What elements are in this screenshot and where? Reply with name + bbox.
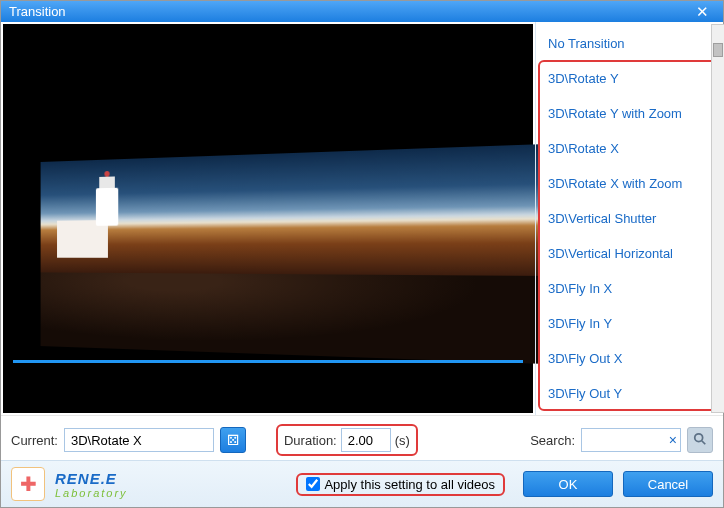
- apply-all-label: Apply this setting to all videos: [324, 477, 495, 492]
- duration-group: Duration: (s): [276, 424, 418, 456]
- brand-line2: Laboratory: [55, 487, 128, 499]
- transition-item[interactable]: 3D\Rotate X with Zoom: [538, 166, 721, 201]
- search-input[interactable]: [581, 428, 681, 452]
- plus-icon: ✚: [20, 472, 37, 496]
- transition-list[interactable]: No Transition 3D\Rotate Y 3D\Rotate Y wi…: [535, 22, 723, 415]
- footer-bar: ✚ RENE.E Laboratory Apply this setting t…: [1, 460, 723, 507]
- search-label: Search:: [530, 433, 575, 448]
- transition-item[interactable]: 3D\Fly Out Y: [538, 376, 721, 411]
- ok-button[interactable]: OK: [523, 471, 613, 497]
- search-icon: [693, 432, 707, 449]
- content-area: No Transition 3D\Rotate Y 3D\Rotate Y wi…: [1, 22, 723, 415]
- transition-dialog: Transition ✕ No Transition 3D\Rotate Y 3…: [0, 0, 724, 508]
- preview-scene-image: [41, 144, 540, 363]
- dice-icon: ⚄: [227, 432, 239, 448]
- svg-point-0: [695, 433, 703, 441]
- random-transition-button[interactable]: ⚄: [220, 427, 246, 453]
- titlebar[interactable]: Transition ✕: [1, 1, 723, 22]
- svg-line-1: [702, 440, 706, 444]
- controls-row: Current: ⚄ Duration: (s) Search: ×: [1, 415, 723, 460]
- duration-field[interactable]: [341, 428, 391, 452]
- close-icon: ✕: [696, 3, 709, 21]
- transition-item[interactable]: 3D\Rotate X: [538, 131, 721, 166]
- preview-pane: [3, 24, 533, 413]
- transition-item[interactable]: 3D\Fly In Y: [538, 306, 721, 341]
- duration-unit: (s): [395, 433, 410, 448]
- transition-item[interactable]: 3D\Rotate Y with Zoom: [538, 96, 721, 131]
- clear-search-icon[interactable]: ×: [669, 432, 677, 448]
- brand-logo: ✚: [11, 467, 45, 501]
- transition-item[interactable]: 3D\Fly Out X: [538, 341, 721, 376]
- brand-text: RENE.E Laboratory: [55, 470, 128, 499]
- duration-label: Duration:: [284, 433, 337, 448]
- transition-item[interactable]: 3D\Vertical Horizontal: [538, 236, 721, 271]
- cancel-button[interactable]: Cancel: [623, 471, 713, 497]
- apply-all-group[interactable]: Apply this setting to all videos: [296, 473, 505, 496]
- window-title: Transition: [9, 4, 689, 19]
- search-button[interactable]: [687, 427, 713, 453]
- transition-item[interactable]: 3D\Vertical Shutter: [538, 201, 721, 236]
- transition-item[interactable]: 3D\Rotate Y: [538, 61, 721, 96]
- brand-line1: RENE.E: [55, 470, 128, 487]
- search-box: ×: [581, 428, 681, 452]
- scrollbar-thumb[interactable]: [713, 43, 723, 57]
- preview-canvas: [13, 154, 523, 354]
- preview-timeline-marker: [13, 360, 523, 363]
- transition-item-none[interactable]: No Transition: [538, 26, 721, 61]
- current-label: Current:: [11, 433, 58, 448]
- close-button[interactable]: ✕: [689, 2, 715, 22]
- current-transition-field[interactable]: [64, 428, 214, 452]
- scrollbar[interactable]: [711, 24, 724, 413]
- apply-all-checkbox[interactable]: [306, 477, 320, 491]
- transition-item[interactable]: 3D\Fly In X: [538, 271, 721, 306]
